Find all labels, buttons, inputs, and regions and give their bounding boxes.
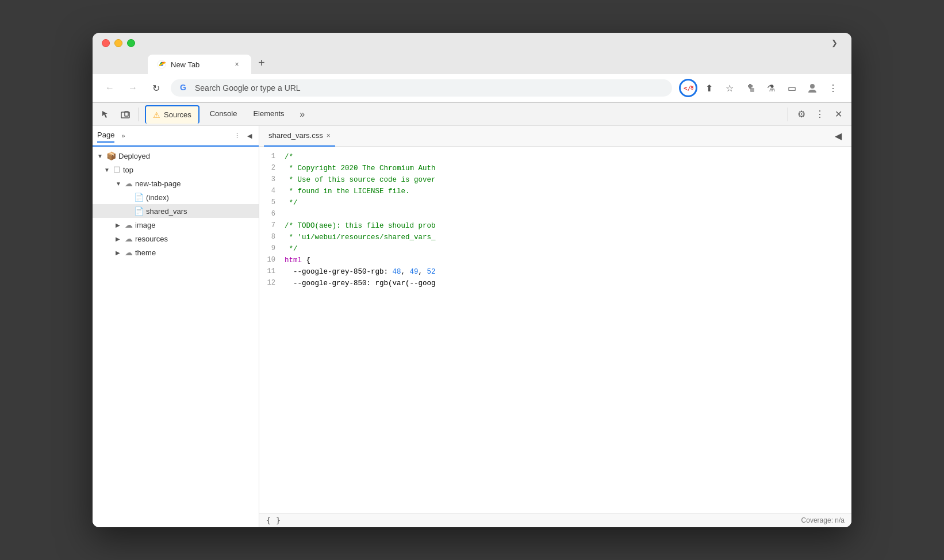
expand-image-icon: ▶ [116, 222, 122, 228]
devtools-icon: </> ✕ [683, 83, 693, 93]
profile-button[interactable] [803, 79, 822, 97]
code-panel-collapse-btn[interactable]: ◀ [830, 128, 847, 145]
file-panel: Page » ⋮ ◀ ▼ 📦 Deployed [93, 126, 259, 527]
code-line-11: 11 --google-grey-850-rgb: 48, 49, 52 [259, 266, 851, 278]
tab-list-chevron[interactable]: ❯ [831, 39, 838, 47]
tree-item-resources[interactable]: ▶ ☁ resources [93, 232, 259, 246]
refresh-button[interactable]: ↻ [148, 80, 164, 96]
tab-console[interactable]: Console [203, 103, 244, 126]
close-button[interactable] [102, 39, 110, 47]
tree-item-new-tab-page[interactable]: ▼ ☁ new-tab-page [93, 177, 259, 190]
resources-label: resources [135, 235, 168, 243]
forward-button[interactable]: → [125, 80, 141, 96]
tab-elements[interactable]: Elements [246, 103, 291, 126]
code-body: 1 /* 2 * Copyright 2020 The Chromium Aut… [259, 147, 851, 513]
tree-item-shared-vars[interactable]: ▶ 📄 shared_vars [93, 204, 259, 218]
file-tree: ▼ 📦 Deployed ▼ ☐ top ▼ ☁ new-tab-page [93, 147, 259, 527]
code-line-3: 3 * Use of this source code is gover [259, 174, 851, 186]
panel-menu-btn[interactable]: ⋮ [232, 131, 243, 141]
line-num-8: 8 [259, 232, 282, 243]
devtools-toggle-button[interactable]: </> ✕ [679, 79, 697, 97]
format-button[interactable]: { } [266, 516, 281, 525]
panel-more-tabs[interactable]: » [119, 131, 127, 140]
code-line-12: 12 --google-grey-850: rgb(var(--goog [259, 278, 851, 289]
tree-item-theme[interactable]: ▶ ☁ theme [93, 246, 259, 259]
devtools-body: Page » ⋮ ◀ ▼ 📦 Deployed [93, 126, 851, 527]
code-line-5: 5 */ [259, 197, 851, 209]
line-content-4: * found in the LICENSE file. [282, 186, 851, 197]
elements-tab-label: Elements [253, 109, 284, 118]
line-num-9: 9 [259, 243, 282, 255]
share-button[interactable]: ⬆ [700, 79, 718, 97]
extensions-button[interactable] [741, 79, 759, 97]
tab-title: New Tab [171, 60, 199, 69]
line-content-12: --google-grey-850: rgb(var(--goog [282, 278, 851, 289]
settings-button[interactable]: ⚙ [793, 106, 810, 123]
chrome-icon [157, 60, 166, 69]
line-num-10: 10 [259, 255, 282, 266]
new-tab-button[interactable]: + [251, 52, 272, 74]
inspect-element-button[interactable] [97, 106, 114, 123]
device-icon [120, 109, 131, 120]
minimize-button[interactable] [114, 39, 122, 47]
code-panel-right: ◀ [830, 128, 847, 145]
maximize-button[interactable] [127, 39, 135, 47]
line-num-6: 6 [259, 209, 282, 220]
devtools-right-buttons: ⚙ ⋮ ✕ [793, 106, 847, 123]
expand-ntp-icon: ▼ [116, 181, 122, 187]
tree-item-index[interactable]: ▶ 📄 (index) [93, 190, 259, 204]
deployed-label: Deployed [118, 152, 150, 160]
console-tab-label: Console [210, 109, 237, 118]
line-content-3: * Use of this source code is gover [282, 174, 851, 186]
code-line-1: 1 /* [259, 151, 851, 163]
google-logo-icon: G [180, 83, 190, 93]
resources-cloud-icon: ☁ [125, 234, 133, 243]
tree-item-top[interactable]: ▼ ☐ top [93, 163, 259, 177]
active-tab[interactable]: New Tab × [148, 55, 251, 74]
image-label: image [135, 221, 155, 229]
browser-window: ❯ New Tab × + ← → ↻ G [93, 33, 851, 527]
index-file-icon: 📄 [134, 193, 144, 202]
theme-label: theme [135, 248, 156, 257]
panel-collapse-btn[interactable]: ◀ [245, 131, 254, 141]
code-filename-tab[interactable]: shared_vars.css × [264, 126, 335, 147]
line-num-3: 3 [259, 174, 282, 186]
toolbar-separator-2 [788, 108, 788, 121]
file-panel-more: » [119, 131, 127, 140]
more-tabs-button[interactable]: » [294, 106, 311, 123]
tab-close-btn[interactable]: × [232, 59, 242, 70]
code-filename-text: shared_vars.css [268, 131, 323, 140]
deployed-icon: 📦 [106, 151, 116, 160]
back-button[interactable]: ← [102, 80, 118, 96]
device-toolbar-button[interactable] [117, 106, 134, 123]
tab-sources[interactable]: ⚠ Sources [145, 105, 199, 124]
sidebar-button[interactable]: ▭ [782, 79, 801, 97]
devtools-menu-button[interactable]: ⋮ [811, 106, 828, 123]
top-folder-icon: ☐ [113, 165, 121, 174]
devtools-close-button[interactable]: ✕ [830, 106, 847, 123]
file-panel-title: Page [97, 131, 114, 143]
bookmark-button[interactable]: ☆ [720, 79, 739, 97]
code-line-10: 10 html { [259, 255, 851, 266]
tree-item-image[interactable]: ▶ ☁ image [93, 218, 259, 232]
svg-rect-4 [750, 88, 754, 92]
index-label: (index) [146, 193, 169, 202]
expand-deployed-icon: ▼ [97, 153, 104, 159]
expand-resources-icon: ▶ [116, 236, 122, 242]
code-filename-close-btn[interactable]: × [327, 132, 331, 140]
line-content-9: */ [282, 243, 851, 255]
line-content-7: /* TODO(aee): this file should prob [282, 220, 851, 232]
code-header: shared_vars.css × ◀ [259, 126, 851, 147]
line-num-4: 4 [259, 186, 282, 197]
line-content-6 [282, 209, 851, 220]
toolbar-buttons: </> ✕ ⬆ ☆ ⚗ ▭ ⋮ [679, 79, 842, 97]
tabs-row: New Tab × + [148, 52, 842, 74]
search-bar[interactable]: G Search Google or type a URL [171, 79, 672, 97]
flask-button[interactable]: ⚗ [762, 79, 780, 97]
inspect-icon [101, 109, 111, 120]
line-content-8: * 'ui/webui/resources/shared_vars_ [282, 232, 851, 243]
top-label: top [123, 166, 133, 174]
browser-menu-button[interactable]: ⋮ [824, 79, 842, 97]
profile-icon [807, 82, 818, 94]
tree-item-deployed[interactable]: ▼ 📦 Deployed [93, 149, 259, 163]
